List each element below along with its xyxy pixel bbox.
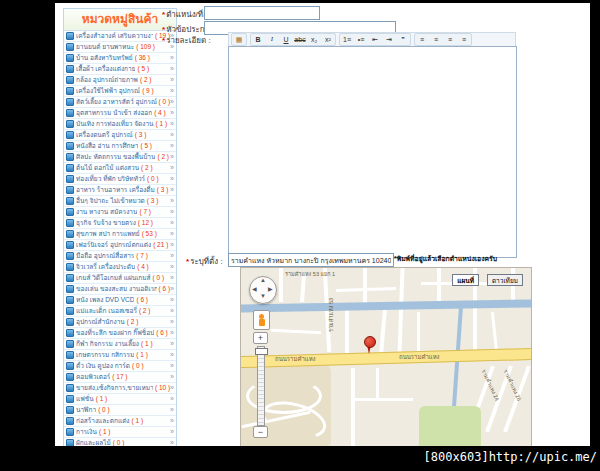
sidebar-item[interactable]: อื่นๆ จิปาถะ ไม่เข้าหมวด ( 3 ) »	[64, 196, 176, 207]
sidebar-item[interactable]: เกษตรกรรม กสิกรรม ( 1 ) »	[64, 350, 176, 361]
chevron-right-icon: »	[170, 438, 174, 446]
category-folder-icon	[66, 329, 74, 337]
chevron-right-icon: »	[170, 130, 174, 140]
align-justify-button[interactable]: ≡	[457, 34, 471, 45]
sidebar-item[interactable]: อุปกรณ์สำนักงาน ( 2 ) »	[64, 317, 176, 328]
category-folder-icon	[66, 417, 74, 425]
blockquote-button[interactable]: ”	[396, 34, 410, 45]
sidebar-item[interactable]: ขายส่ง,เซ้งกิจการ,ขายเหมา ( 10 ) »	[64, 383, 176, 394]
google-map[interactable]: ถนนรามคำแหง ถนนรามคำแหง รามคำแหง 53 แยก …	[240, 267, 532, 446]
sidebar-item[interactable]: กีฬา กิจกรรม งานเลี้ยง ( 1 ) »	[64, 339, 176, 350]
align-center-button[interactable]: ≡	[429, 34, 443, 45]
map-street	[437, 268, 441, 302]
sidebar-item[interactable]: หนัง เพลง DVD VCD ( 6 ) »	[64, 295, 176, 306]
sidebar-item[interactable]: การเงิน ( 1 ) »	[64, 427, 176, 438]
pan-left-arrow-icon[interactable]: ◀	[252, 285, 257, 292]
category-folder-icon	[66, 76, 74, 84]
sidebar-item[interactable]: นาฬิกา ( 0 ) »	[64, 405, 176, 416]
sidebar-item[interactable]: จิวเวลรี่ เครื่องประดับ ( 4 ) »	[64, 262, 176, 273]
zoom-slider-track[interactable]	[257, 346, 265, 426]
category-label: แม่และเด็ก เนอสเซอรี่	[76, 306, 137, 316]
details-editor-textarea[interactable]	[228, 46, 517, 258]
pan-up-arrow-icon[interactable]: ▲	[260, 277, 266, 283]
align-right-button[interactable]: ≡	[443, 34, 457, 45]
sidebar-item[interactable]: สัตว์เลี้ยง อาหารสัตว์ อุปกรณ์ ( 0 ) »	[64, 97, 176, 108]
sidebar-item[interactable]: เครื่องใช้ไฟฟ้า อุปกรณ์ ( 9 ) »	[64, 86, 176, 97]
category-folder-icon	[66, 439, 74, 446]
sidebar-item[interactable]: แม่และเด็ก เนอสเซอรี่ ( 2 ) »	[64, 306, 176, 317]
position-address-input[interactable]	[204, 6, 320, 20]
zoom-in-button[interactable]: +	[253, 332, 268, 344]
location-search-input[interactable]	[228, 253, 394, 267]
sidebar-item[interactable]: ของที่ระลึก ของฝาก กิ๊ฟช็อป ( 6 ) »	[64, 328, 176, 339]
category-folder-icon	[66, 395, 74, 403]
category-folder-icon	[66, 197, 74, 205]
outdent-button[interactable]: ⇤	[368, 34, 382, 45]
sidebar-item[interactable]: แฟชั่น ( 1 ) »	[64, 394, 176, 405]
sidebar-item[interactable]: ธุรกิจ รับจ้าง ขายตรง ( 12 ) »	[64, 218, 176, 229]
bold-button[interactable]: B	[251, 34, 265, 45]
sidebar-item[interactable]: อาหาร ร้านอาหาร เครื่องดื่ม ( 3 ) »	[64, 185, 176, 196]
map-type-map-button[interactable]: แผนที่	[452, 274, 479, 286]
sidebar-item[interactable]: เครื่องดนตรี อุปกรณ์ ( 3 ) »	[64, 130, 176, 141]
chevron-right-icon: »	[170, 251, 174, 261]
category-folder-icon	[66, 208, 74, 216]
chevron-right-icon: »	[170, 383, 174, 393]
sidebar-item[interactable]: สุขภาพ สปา การแพทย์ ( 53 ) »	[64, 229, 176, 240]
sidebar-item[interactable]: ของเล่น ของสะสม งานอดิเรก ( 6 ) »	[64, 284, 176, 295]
chevron-right-icon: »	[170, 64, 174, 74]
strikethrough-button[interactable]: abc	[293, 34, 307, 45]
superscript-button[interactable]: x²	[321, 34, 335, 45]
category-folder-icon	[66, 362, 74, 370]
sidebar-item[interactable]: บันเทิง การท่องเที่ยว จัดงาน ( 1 ) »	[64, 119, 176, 130]
sidebar-item[interactable]: ต้นไม้ ดอกไม้ แต่งสวน ( 2 ) »	[64, 163, 176, 174]
sidebar-item[interactable]: งาน หางาน สมัครงาน ( 7 ) »	[64, 207, 176, 218]
sidebar-item[interactable]: เครื่องสำอางค์ เสริมความงาม ( 19 ) »	[64, 31, 176, 42]
category-label: นาฬิกา	[76, 405, 96, 415]
category-folder-icon	[66, 54, 74, 62]
category-folder-icon	[66, 406, 74, 414]
image-button[interactable]: ▦	[232, 34, 246, 45]
category-folder-icon	[66, 285, 74, 293]
chevron-right-icon: »	[170, 306, 174, 316]
sidebar-item[interactable]: คอมพิวเตอร์ ( 17 ) »	[64, 372, 176, 383]
map-type-satellite-button[interactable]: ดาวเทียม	[487, 274, 523, 286]
sidebar-item[interactable]: ยานยนต์ ยานพาหนะ ( 109 ) »	[64, 42, 176, 53]
sidebar-item[interactable]: เกมส์ วิดีโอเกมส์ แผ่นเกมส์ ( 0 ) »	[64, 273, 176, 284]
location-marker-pin[interactable]	[363, 336, 375, 356]
sidebar-item[interactable]: ก่อสร้างและตกแต่ง ( 1 ) »	[64, 416, 176, 427]
sidebar-item[interactable]: อุตสาหกรรม นำเข้า ส่งออก ( 4 ) »	[64, 108, 176, 119]
category-count: ( 9 )	[142, 86, 154, 96]
sidebar-item[interactable]: บ้าน อสังหาริมทรัพย์ ( 36 ) »	[64, 53, 176, 64]
pan-right-arrow-icon[interactable]: ▶	[268, 285, 273, 292]
underline-button[interactable]: U	[279, 34, 293, 45]
sidebar-item[interactable]: เสื้อผ้า เครื่องแต่งกาย ( 5 ) »	[64, 64, 176, 75]
chevron-right-icon: »	[170, 350, 174, 360]
pegman-streetview-control[interactable]	[253, 310, 270, 330]
sidebar-item[interactable]: ท่องเที่ยว ที่พัก บริษัททัวร์ ( 0 ) »	[64, 174, 176, 185]
screenshot-frame: หมวดหมู่สินค้า เครื่องสำอางค์ เสริมความง…	[0, 0, 600, 471]
sidebar-item[interactable]: มือถือ อุปกรณ์สื่อสาร ( 7 ) »	[64, 251, 176, 262]
italic-button[interactable]: I	[265, 34, 279, 45]
sidebar-item[interactable]: ตั๋ว เงิน คูปอง การ์ด ( 0 ) »	[64, 361, 176, 372]
align-left-button[interactable]: ≡	[415, 34, 429, 45]
ordered-list-button[interactable]: 1≡	[340, 34, 354, 45]
pan-down-arrow-icon[interactable]: ▼	[260, 293, 266, 299]
category-label: กล้อง อุปกรณ์ถ่ายภาพ	[76, 75, 138, 85]
unordered-list-button[interactable]: •≡	[354, 34, 368, 45]
category-label: เฟอร์นิเจอร์ อุปกรณ์ตกแต่ง	[76, 240, 151, 250]
category-label: บ้าน อสังหาริมทรัพย์	[76, 53, 133, 63]
sidebar-item[interactable]: เฟอร์นิเจอร์ อุปกรณ์ตกแต่ง ( 21 ) »	[64, 240, 176, 251]
sidebar-item[interactable]: หนังสือ อ่าน การศึกษา ( 5 ) »	[64, 141, 176, 152]
indent-button[interactable]: ⇥	[382, 34, 396, 45]
chevron-right-icon: »	[170, 284, 174, 294]
zoom-slider-thumb[interactable]	[255, 348, 268, 355]
toolbar-button-group: BIUabcx₂x²	[250, 33, 336, 46]
category-folder-icon	[66, 43, 74, 51]
map-pan-control[interactable]: ▲ ▼ ◀ ▶	[249, 276, 277, 304]
sidebar-item[interactable]: ศิลปะ หัตถกรรม ของพื้นบ้าน ( 2 ) »	[64, 152, 176, 163]
sidebar-item[interactable]: ผักและผลไม้ ( 0 ) »	[64, 438, 176, 446]
zoom-out-button[interactable]: −	[253, 426, 268, 438]
subscript-button[interactable]: x₂	[307, 34, 321, 45]
sidebar-item[interactable]: กล้อง อุปกรณ์ถ่ายภาพ ( 2 ) »	[64, 75, 176, 86]
